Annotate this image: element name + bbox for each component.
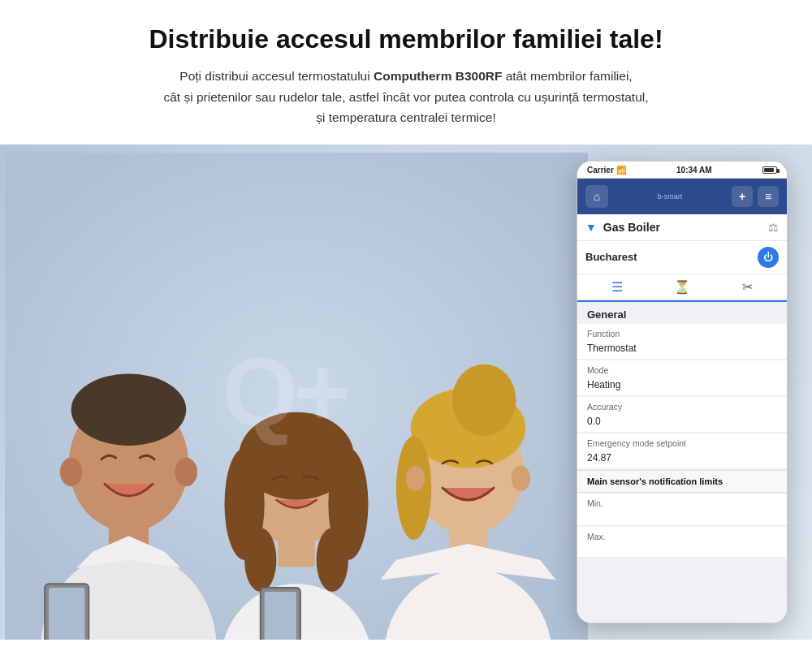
max-value xyxy=(577,543,787,558)
svg-point-22 xyxy=(452,364,516,436)
power-icon: ⏻ xyxy=(763,252,773,263)
limits-field: Main sensor's notification limits xyxy=(577,470,787,493)
limits-label: Main sensor's notification limits xyxy=(577,470,787,493)
accuracy-field: Accuracy 0.0 xyxy=(577,397,787,433)
top-section: Distribuie accesul membrilor familiei ta… xyxy=(0,0,812,144)
emergency-value: 24.87 xyxy=(577,450,787,469)
min-value xyxy=(577,510,787,526)
svg-point-5 xyxy=(71,373,187,446)
min-field: Min. xyxy=(577,494,787,526)
home-button[interactable]: ⌂ xyxy=(585,185,608,208)
tab-list-icon[interactable]: ☰ xyxy=(611,279,623,295)
accuracy-value: 0.0 xyxy=(577,413,787,433)
wifi-icon: 📶 xyxy=(616,166,626,175)
app-content: General Function Thermostat Mode Heating… xyxy=(577,300,787,623)
battery-indicator xyxy=(762,166,777,174)
menu-button[interactable]: ≡ xyxy=(758,186,779,207)
location-row: Bucharest ⏻ xyxy=(577,241,787,274)
svg-rect-8 xyxy=(49,588,84,640)
accuracy-label: Accuracy xyxy=(577,397,787,413)
photo-section: Q+ Carrier 📶 10:34 AM ⌂ b-smart xyxy=(0,144,812,640)
tab-icons-row: ☰ ⏳ ✂ xyxy=(577,274,787,300)
svg-point-24 xyxy=(406,465,425,490)
svg-point-4 xyxy=(175,457,197,485)
expand-arrow-icon: ▼ xyxy=(585,221,597,234)
phone-mockup: Carrier 📶 10:34 AM ⌂ b-smart + ≡ xyxy=(577,161,788,623)
home-icon: ⌂ xyxy=(594,190,600,203)
status-time: 10:34 AM xyxy=(676,166,712,175)
svg-rect-16 xyxy=(278,539,314,567)
brand-name: Computherm B300RF xyxy=(374,69,502,83)
function-value: Thermostat xyxy=(577,340,787,360)
max-field: Max. xyxy=(577,527,787,558)
subtitle: Poți distribui accesul termostatului Com… xyxy=(65,66,747,128)
mode-field: Mode Heating xyxy=(577,360,787,396)
family-svg xyxy=(0,153,593,640)
app-header: ⌂ b-smart + ≡ xyxy=(577,179,787,214)
battery-icon xyxy=(762,166,777,174)
svg-rect-18 xyxy=(265,592,296,640)
settings-wrench-icon[interactable]: ⚖ xyxy=(768,221,779,234)
hamburger-icon: ≡ xyxy=(765,190,771,203)
device-name-label: Gas Boiler xyxy=(603,221,768,234)
mode-value: Heating xyxy=(577,377,787,396)
emergency-field: Emergency mode setpoint 24.87 xyxy=(577,433,787,469)
svg-point-3 xyxy=(60,457,83,485)
function-field: Function Thermostat xyxy=(577,324,787,360)
svg-point-25 xyxy=(512,465,531,490)
header-actions: + ≡ xyxy=(732,186,779,207)
plus-icon: + xyxy=(739,190,745,203)
svg-point-15 xyxy=(317,528,348,592)
add-button[interactable]: + xyxy=(732,186,753,207)
page-title: Distribuie accesul membrilor familiei ta… xyxy=(65,24,747,54)
emergency-label: Emergency mode setpoint xyxy=(577,433,787,450)
tab-clock-icon[interactable]: ⏳ xyxy=(674,279,690,295)
svg-point-14 xyxy=(244,528,276,592)
app-subtitle: b-smart xyxy=(658,192,683,200)
power-button[interactable]: ⏻ xyxy=(758,247,779,268)
device-row[interactable]: ▼ Gas Boiler ⚖ xyxy=(577,214,787,241)
function-label: Function xyxy=(577,324,787,340)
phone-status-bar: Carrier 📶 10:34 AM xyxy=(577,162,787,179)
location-name-label: Bucharest xyxy=(585,251,758,263)
tab-tools-icon[interactable]: ✂ xyxy=(742,279,753,295)
max-label: Max. xyxy=(577,527,787,543)
general-section-header: General xyxy=(577,302,787,324)
people-area xyxy=(0,153,593,640)
subtitle-prefix: Poți distribui accesul termostatului xyxy=(179,69,374,83)
mode-label: Mode xyxy=(577,360,787,377)
min-label: Min. xyxy=(577,494,787,510)
carrier-label: Carrier 📶 xyxy=(587,166,626,175)
